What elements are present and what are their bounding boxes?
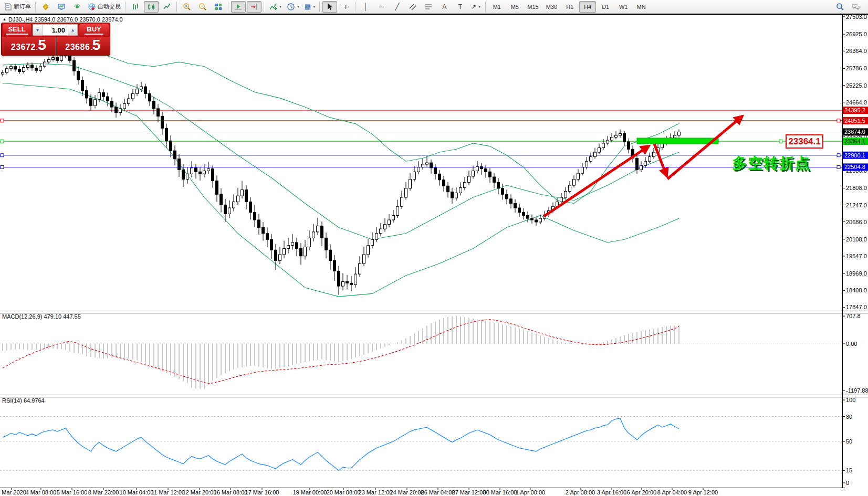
trendline-button[interactable]: ╱ — [390, 1, 404, 13]
rsi-indicator-label: RSI(14) 64.9764 — [2, 397, 45, 404]
svg-text:26925.0: 26925.0 — [846, 31, 867, 37]
market-watch-button[interactable] — [38, 1, 53, 13]
tile-windows-button[interactable] — [211, 1, 226, 13]
svg-text:2 Apr 08:00: 2 Apr 08:00 — [566, 489, 595, 495]
bollinger-bands — [3, 43, 679, 297]
search-button[interactable] — [833, 1, 848, 13]
timeframe-button-h1[interactable]: H1 — [561, 1, 578, 13]
svg-text:707.8: 707.8 — [846, 313, 861, 319]
bar-chart-icon — [131, 3, 140, 11]
timeframe-button-m1[interactable]: M1 — [488, 1, 505, 13]
timeframe-button-m5[interactable]: M5 — [506, 1, 523, 13]
svg-text:20108.0: 20108.0 — [846, 236, 867, 242]
new-order-icon — [4, 3, 12, 11]
channel-button[interactable] — [405, 1, 420, 13]
main-price-pane — [0, 43, 842, 297]
timeframe-button-d1[interactable]: D1 — [597, 1, 614, 13]
hline-button[interactable]: ─ — [374, 1, 389, 13]
toolbar-separator — [228, 2, 229, 12]
dropdown-arrow-icon[interactable]: ▾ — [313, 4, 315, 9]
svg-text:10 Mar 04:00: 10 Mar 04:00 — [120, 489, 154, 495]
sell-button[interactable]: SELL — [3, 24, 31, 36]
trend-arrow-3[interactable] — [667, 116, 742, 179]
price-axis[interactable]: 27503.026925.026364.025786.025225.024664… — [842, 14, 868, 486]
data-window-button[interactable] — [54, 1, 69, 13]
timeframe-button-w1[interactable]: W1 — [615, 1, 632, 13]
periods-button[interactable]: ▾ — [285, 1, 301, 13]
svg-text:20686.0: 20686.0 — [846, 219, 867, 225]
cursor-button[interactable] — [322, 1, 337, 13]
svg-text:23674.0: 23674.0 — [844, 129, 865, 135]
svg-text:26 Mar 04:00: 26 Mar 04:00 — [421, 489, 455, 495]
svg-text:22504.8: 22504.8 — [844, 164, 865, 170]
chart-symbol-ohlc-line: DJ30-,H4 23594.0 23676.0 23570.0 23674.0 — [8, 16, 123, 23]
line-chart-icon — [163, 3, 171, 11]
dropdown-arrow-icon[interactable]: ▾ — [478, 4, 480, 9]
chart-shift-button[interactable] — [247, 1, 262, 13]
hline-22504-8-marker[interactable] — [1, 165, 4, 168]
chat-button[interactable] — [849, 1, 863, 13]
chat-icon — [852, 3, 860, 11]
channel-icon — [409, 3, 417, 11]
price-level-text-box[interactable]: 23364.1 — [786, 134, 823, 149]
timeframe-button-h4[interactable]: H4 — [579, 1, 596, 13]
volume-increase-button[interactable]: ▲ — [68, 25, 77, 35]
fibonacci-button[interactable] — [421, 1, 436, 13]
timeframe-button-m15[interactable]: M15 — [524, 1, 541, 13]
svg-text:30 Mar 16:00: 30 Mar 16:00 — [483, 489, 517, 495]
time-axis[interactable]: 3 Mar 20204 Mar 08:005 Mar 16:008 Mar 23… — [0, 488, 718, 495]
turning-point-annotation[interactable]: 多空转折点 — [732, 153, 811, 173]
signals-button[interactable] — [70, 1, 85, 13]
one-click-trading-panel: SELL ▼ ▲ BUY 23672.5 23686.5 — [1, 23, 110, 56]
hline-22900-1-marker[interactable] — [1, 154, 4, 157]
volume-input[interactable] — [43, 25, 68, 35]
hline-23364-1-marker[interactable] — [779, 140, 782, 143]
volume-decrease-button[interactable]: ▼ — [33, 25, 43, 35]
zoom-out-button[interactable] — [195, 1, 210, 13]
sell-price[interactable]: 23672.5 — [2, 37, 56, 55]
monitor-icon — [57, 3, 66, 11]
svg-text:8 Apr 04:00: 8 Apr 04:00 — [657, 489, 687, 495]
templates-button[interactable]: ▤▾ — [302, 1, 317, 13]
svg-text:11 Mar 12:00: 11 Mar 12:00 — [151, 489, 185, 495]
svg-text:50: 50 — [846, 438, 852, 445]
new-order-button[interactable]: 新订单 — [2, 1, 33, 13]
timeframe-button-mn[interactable]: MN — [633, 1, 650, 13]
vline-button[interactable]: │ — [358, 1, 373, 13]
zoom-in-button[interactable] — [180, 1, 194, 13]
panel-collapse-icon[interactable]: ▲ — [3, 17, 6, 21]
bar-chart-button[interactable] — [128, 1, 143, 13]
auto-trading-button[interactable]: 自动交易 — [86, 1, 123, 13]
dropdown-arrow-icon[interactable]: ▾ — [279, 4, 281, 9]
hline-22504-8-marker[interactable] — [837, 165, 840, 168]
label-button[interactable]: T — [453, 1, 467, 13]
crosshair-button[interactable]: + — [338, 1, 353, 13]
svg-text:25786.0: 25786.0 — [846, 65, 867, 71]
svg-text:4 Mar 08:00: 4 Mar 08:00 — [26, 489, 57, 495]
svg-text:16 Mar 08:00: 16 Mar 08:00 — [214, 489, 248, 495]
svg-text:3 Mar 2020: 3 Mar 2020 — [0, 489, 26, 495]
buy-price[interactable]: 23686.5 — [56, 37, 110, 55]
hline-24051-5-marker[interactable] — [1, 119, 4, 122]
line-chart-button[interactable] — [160, 1, 174, 13]
candlestick-button[interactable] — [144, 1, 159, 13]
trend-arrow-2[interactable] — [654, 144, 667, 176]
new-order-button-label: 新订单 — [14, 3, 31, 10]
buy-button[interactable]: BUY — [79, 24, 109, 36]
indicators-button[interactable]: ▾ — [267, 1, 284, 13]
arrows-button[interactable]: ↗▾ — [468, 1, 483, 13]
text-button[interactable]: A — [437, 1, 452, 13]
svg-text:18969.0: 18969.0 — [846, 270, 867, 277]
hline-22900-1-marker[interactable] — [837, 154, 840, 157]
hline-23364-1-marker[interactable] — [1, 140, 4, 143]
toolbar-separator — [319, 2, 320, 12]
rsi-pane — [0, 417, 842, 471]
svg-text:9 Apr 12:00: 9 Apr 12:00 — [688, 489, 718, 495]
hline-24051-5-marker[interactable] — [837, 119, 840, 122]
timeframe-button-m30[interactable]: M30 — [543, 1, 560, 13]
auto-scroll-button[interactable] — [231, 1, 246, 13]
zoom-out-icon — [198, 3, 207, 11]
dropdown-arrow-icon[interactable]: ▾ — [297, 4, 299, 9]
svg-text:23 Mar 12:00: 23 Mar 12:00 — [359, 489, 393, 495]
support-zone-bar[interactable] — [637, 138, 718, 144]
